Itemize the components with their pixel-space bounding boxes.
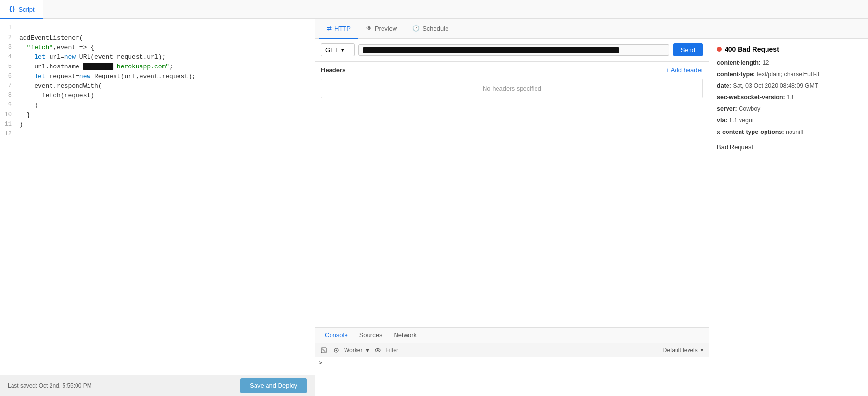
- line-number: 4: [0, 53, 19, 60]
- top-tab-bar: {} Script: [0, 0, 868, 19]
- no-headers-message: No headers specified: [321, 79, 703, 98]
- table-row: 7 event.respondWith(: [0, 81, 315, 91]
- tab-http-label: HTTP: [334, 25, 351, 32]
- tab-preview[interactable]: 👁 Preview: [358, 19, 405, 39]
- table-row: 11 ): [0, 119, 315, 129]
- svg-line-1: [322, 349, 325, 352]
- tab-schedule-label: Schedule: [422, 25, 448, 32]
- default-levels-label: Default levels ▼: [663, 347, 705, 354]
- table-row: 6 let request=new Request(url,event.requ…: [0, 71, 315, 81]
- line-number: 9: [0, 102, 19, 108]
- eye-filter-icon[interactable]: [373, 345, 383, 355]
- line-code: fetch(request): [19, 92, 315, 99]
- console-toolbar: Worker ▼ Default levels ▼: [315, 343, 709, 357]
- main-layout: 1 2 addEventListener( 3 "fetch",event =>…: [0, 19, 868, 396]
- table-row: 3 "fetch",event => {: [0, 42, 315, 52]
- clock-icon: 🕐: [412, 25, 420, 32]
- code-editor[interactable]: 1 2 addEventListener( 3 "fetch",event =>…: [0, 19, 315, 375]
- response-header-date: date: Sat, 03 Oct 2020 08:48:09 GMT: [717, 81, 860, 91]
- table-row: 2 addEventListener(: [0, 33, 315, 42]
- headers-title: Headers: [321, 66, 345, 74]
- refresh-icon: ⇄: [327, 25, 332, 32]
- tab-script-label: Script: [18, 6, 34, 13]
- script-icon: {}: [9, 6, 15, 13]
- worker-select[interactable]: Worker ▼: [344, 347, 370, 354]
- line-number: 5: [0, 63, 19, 70]
- table-row: 1: [0, 23, 315, 33]
- line-number: 12: [0, 131, 19, 137]
- line-code: }: [19, 111, 315, 119]
- table-row: 4 let url=new URL(event.request.url);: [0, 52, 315, 62]
- line-code: ): [19, 121, 315, 128]
- last-saved-text: Last saved: Oct 2nd, 5:55:00 PM: [8, 383, 240, 389]
- line-number: 1: [0, 25, 19, 31]
- chevron-down-icon: ▼: [340, 47, 345, 53]
- response-header-sec-websocket: sec-websocket-version: 13: [717, 92, 860, 102]
- tab-script[interactable]: {} Script: [0, 0, 43, 19]
- send-button[interactable]: Send: [673, 43, 703, 56]
- response-status-text: 400 Bad Request: [725, 45, 779, 53]
- status-bar: Last saved: Oct 2nd, 5:55:00 PM Save and…: [0, 375, 315, 396]
- response-header-via: via: 1.1 vegur: [717, 116, 860, 125]
- eye-icon: 👁: [366, 25, 372, 32]
- response-header-content-length: content-length: 12: [717, 58, 860, 67]
- url-redacted: [363, 47, 619, 53]
- url-display-box[interactable]: [358, 44, 669, 56]
- right-panel: ⇄ HTTP 👁 Preview 🕐 Schedule GET ▼: [315, 19, 868, 396]
- line-code: url.hostname=████████.herokuapp.com";: [19, 63, 315, 70]
- http-tab-bar: ⇄ HTTP 👁 Preview 🕐 Schedule: [315, 19, 868, 39]
- table-row: 9 ): [0, 100, 315, 110]
- headers-title-row: Headers + Add header: [321, 66, 703, 74]
- worker-chevron-icon: ▼: [364, 347, 370, 354]
- console-settings-button[interactable]: [332, 345, 341, 355]
- tab-sources[interactable]: Sources: [354, 328, 388, 343]
- line-code: event.respondWith(: [19, 82, 315, 90]
- response-header-server: server: Cowboy: [717, 104, 860, 114]
- line-code: "fetch",event => {: [19, 44, 315, 51]
- line-code: ): [19, 102, 315, 109]
- line-number: 3: [0, 44, 19, 51]
- response-body: Bad Request: [717, 144, 860, 151]
- default-levels-select[interactable]: Default levels ▼: [663, 347, 705, 354]
- table-row: 8 fetch(request): [0, 91, 315, 100]
- svg-point-3: [336, 350, 337, 351]
- tab-preview-label: Preview: [375, 25, 397, 32]
- response-header-content-type: content-type: text/plain; charset=utf-8: [717, 69, 860, 79]
- line-code: let request=new Request(url,event.reques…: [19, 73, 315, 80]
- line-code: let url=new URL(event.request.url);: [19, 53, 315, 61]
- table-row: 5 url.hostname=████████.herokuapp.com";: [0, 62, 315, 71]
- response-panel: 400 Bad Request content-length: 12 conte…: [709, 39, 868, 396]
- line-number: 2: [0, 34, 19, 41]
- response-status: 400 Bad Request: [717, 45, 860, 53]
- worker-label: Worker: [344, 347, 362, 354]
- line-number: 7: [0, 82, 19, 89]
- line-code: addEventListener(: [19, 34, 315, 41]
- headers-section: Headers + Add header No headers specifie…: [315, 62, 709, 327]
- tab-network[interactable]: Network: [388, 328, 422, 343]
- console-chevron-icon[interactable]: >: [319, 359, 322, 366]
- table-row: 12: [0, 129, 315, 139]
- console-area: Console Sources Network Worker: [315, 327, 709, 396]
- tab-http[interactable]: ⇄ HTTP: [319, 19, 358, 39]
- tab-console[interactable]: Console: [319, 328, 354, 343]
- line-number: 8: [0, 92, 19, 99]
- method-select[interactable]: GET ▼: [321, 43, 355, 56]
- response-header-x-content-type: x-content-type-options: nosniff: [717, 127, 860, 137]
- http-body: GET ▼ Send Headers + Add header No heade…: [315, 39, 868, 396]
- request-area: GET ▼ Send Headers + Add header No heade…: [315, 39, 709, 396]
- console-body: >: [315, 357, 709, 396]
- line-number: 11: [0, 121, 19, 128]
- line-number: 6: [0, 73, 19, 79]
- add-header-link[interactable]: + Add header: [665, 66, 703, 74]
- console-clear-button[interactable]: [319, 345, 329, 355]
- save-deploy-button[interactable]: Save and Deploy: [240, 378, 307, 393]
- tab-schedule[interactable]: 🕐 Schedule: [405, 19, 456, 39]
- console-filter-input[interactable]: [385, 347, 660, 354]
- status-dot-icon: [717, 47, 722, 52]
- svg-point-5: [377, 349, 379, 351]
- table-row: 10 }: [0, 110, 315, 119]
- method-label: GET: [325, 46, 338, 53]
- line-number: 10: [0, 111, 19, 118]
- editor-panel: 1 2 addEventListener( 3 "fetch",event =>…: [0, 19, 315, 396]
- console-tab-bar: Console Sources Network: [315, 328, 709, 343]
